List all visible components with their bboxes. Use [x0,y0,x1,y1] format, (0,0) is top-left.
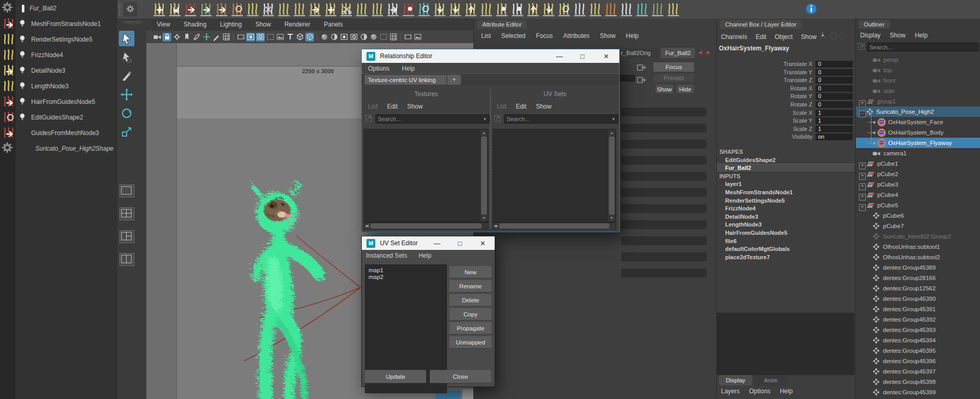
outliner-row-pcube4[interactable]: +pCube4 [856,190,980,200]
visibility-bulb-icon[interactable] [19,113,26,123]
shelf-icon-cut-hair[interactable] [339,2,353,17]
grid-toggle-icon[interactable] [222,33,230,42]
wave-arrow-strands-icon[interactable] [2,64,14,76]
outliner-row-dentes-group45392[interactable]: dentes:Group45392 [856,314,980,325]
outliner-row-olhosunhas-subtool1[interactable]: OlhosUnhas:subtool1 [856,242,980,252]
uv-delete-button[interactable]: Delete [450,294,492,307]
collapse-icon[interactable]: - [859,111,866,117]
gamma-icon[interactable] [389,33,398,42]
channel-value-scale-y[interactable]: 1 [815,117,853,124]
visibility-bulb-icon[interactable] [19,50,26,60]
shelf-icon-curl-tool[interactable] [292,2,307,17]
expand-icon[interactable]: + [859,183,866,190]
shelf-icon-raise-strands[interactable] [526,2,540,17]
hair-node-item-lengthnode3[interactable]: LengthNode3 [16,78,117,94]
gear-icon[interactable] [2,142,14,154]
visibility-bulb-icon[interactable] [19,97,26,107]
shelf-icon-bars-tool[interactable] [619,2,634,17]
channel-value-translate-y[interactable]: 0 [815,69,853,76]
outliner-row-dentes-group45399[interactable]: dentes:Group45399 [856,387,980,397]
shelf-icon-root-color[interactable] [401,2,416,17]
channel-box-item-defaultcolormgtglobals[interactable]: defaultColorMgtGlobals [725,246,790,252]
bookmark-icon[interactable] [182,33,191,42]
uv-set-item-map1[interactable]: map1 [369,267,443,273]
vertical-scrollbar[interactable]: ▲▼ [608,130,615,221]
re-uvsets-menu-edit[interactable]: Edit [516,103,527,110]
channel-label-scale-x[interactable]: Scale X [719,110,812,116]
hud-toggle-icon[interactable] [285,33,294,42]
info-icon[interactable] [806,3,817,15]
lasso-tool[interactable] [119,49,134,65]
outliner-row-dentes-group28166[interactable]: dentes:Group28166 [856,273,980,283]
outliner-row-dentes-group45397[interactable]: dentes:Group45397 [856,366,980,377]
shelf-icon-magnet-tool[interactable] [635,2,649,17]
expand-icon[interactable]: + [859,100,866,107]
select-tool[interactable] [119,31,134,46]
shelf-icon-hair-save[interactable] [168,2,182,17]
re-menu-options[interactable]: Options [368,65,389,72]
outliner-row-oxhairsystem-flyaway[interactable]: OxHairSystem_Flyaway [856,138,980,148]
yellow-strands-icon[interactable] [2,79,14,92]
channel-value-scale-z[interactable]: 1 [815,126,853,132]
wireframe-mode-icon[interactable] [295,33,304,42]
layer-editor-tab-anim[interactable]: Anim [754,375,787,385]
expand-icon[interactable]: + [859,204,866,211]
shelf-icon-strand-settings[interactable] [495,2,509,17]
shelf-icon-mesh-hair[interactable] [650,2,665,17]
outliner-row-pcube5[interactable]: +pCube5 [856,200,980,210]
close-icon[interactable]: ✕ [474,236,492,250]
outliner-row-olhosunhas-subtool2[interactable]: OlhosUnhas:subtool2 [856,252,980,262]
hair-node-item-editguidesshape2[interactable]: EditGuidesShape2 [16,110,117,125]
channel-box-item-hairfromguidesnode5[interactable]: HairFromGuidesNode5 [725,230,787,236]
field-chart-icon[interactable] [266,33,275,42]
ae-attribute-field[interactable] [621,204,706,213]
outliner-row-dentes-group45394[interactable]: dentes:Group45394 [856,335,980,345]
shelf-icon-frizz-tool[interactable] [277,2,291,17]
layer-menu-options[interactable]: Options [749,388,770,395]
channel-box-item-lengthnode3[interactable]: LengthNode3 [725,221,761,228]
uv-update-button[interactable]: Update [365,370,426,383]
uv-close-button[interactable]: Close [430,370,491,383]
textures-list[interactable]: ▲▼ [364,129,488,222]
shelf-icon-comb-surface[interactable] [261,2,276,17]
visibility-bulb-icon[interactable] [19,35,26,45]
channel-box-item-place2dtexture7[interactable]: place2dTexture7 [725,254,770,260]
outliner-row-dentes-group45389[interactable]: dentes:Group45389 [856,262,980,273]
ae-attribute-field[interactable] [621,220,706,229]
expand-icon[interactable]: + [859,173,866,180]
channel-label-translate-x[interactable]: Translate X [719,61,812,67]
horizontal-scrollbar[interactable]: ◀▶ [493,222,616,230]
viewport-menu-shading[interactable]: Shading [184,21,207,28]
ae-attribute-field[interactable] [621,172,706,181]
shelf-icon-hair-from-guides[interactable] [199,2,213,17]
yellow-strands-icon[interactable] [2,48,14,61]
shelf-icon-strands-plain[interactable] [479,2,494,17]
hair-node-item-hairfromguidesnode5[interactable]: HairFromGuidesNode5 [16,94,117,110]
channel-value-visibility[interactable]: on [815,134,853,140]
filter-icon[interactable] [365,114,373,124]
channel-label-translate-y[interactable]: Translate Y [719,69,812,75]
image-plane-icon[interactable] [276,33,284,42]
outliner-row-dentes-group45390[interactable]: dentes:Group45390 [856,294,980,304]
red-arrow-strands-icon[interactable] [2,17,14,30]
shelf-icon-push-strands[interactable] [432,2,447,17]
layout-three-pane-button[interactable] [119,230,134,243]
hair-node-item-frizznode4[interactable]: FrizzNode4 [16,47,117,63]
red-yellow-arrow-strands-icon[interactable] [2,95,14,108]
horizontal-scrollbar[interactable]: ◀▶ [364,222,488,230]
ae-attribute-field[interactable] [621,236,706,245]
channel-value-rotate-y[interactable]: 0 [815,93,853,100]
camera-select-icon[interactable] [153,33,161,42]
outliner-row-pcube2[interactable]: +pCube2 [856,169,980,179]
hair-node-item-suricato_pose_high2shape[interactable]: Suricato_Pose_High2Shape [16,141,117,156]
shadows-toggle-icon[interactable] [339,33,348,42]
channel-value-rotate-z[interactable]: 0 [815,101,853,108]
re-textures-menu-edit[interactable]: Edit [387,103,398,110]
red-arrow-strands-icon[interactable] [2,126,14,139]
layer-editor-tab-display[interactable]: Display [719,375,752,385]
outliner-row-dentes-group45393[interactable]: dentes:Group45393 [856,325,980,335]
layer-menu-layers[interactable]: Layers [721,388,740,395]
layout-two-pane-button[interactable] [119,253,134,266]
layout-four-pane-button[interactable] [119,207,134,220]
toolbox-grip[interactable] [124,21,141,24]
